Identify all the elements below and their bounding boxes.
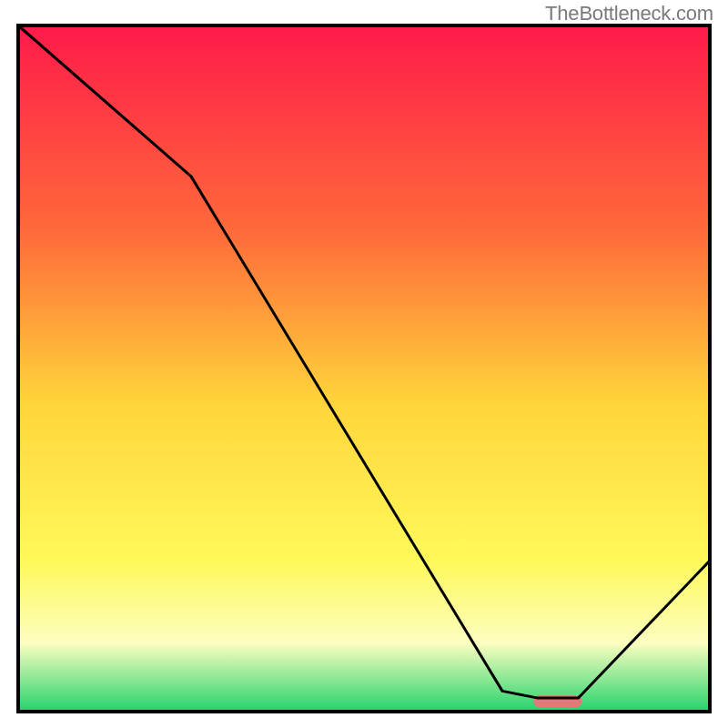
chart-container: TheBottleneck.com — [0, 0, 728, 728]
bottleneck-chart — [0, 0, 728, 728]
gradient-background — [18, 25, 710, 712]
